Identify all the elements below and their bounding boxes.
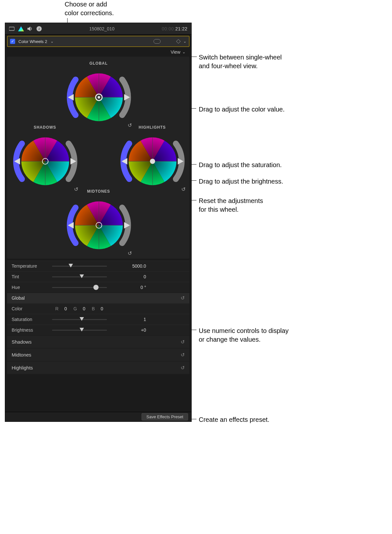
mask-icon[interactable]	[154, 39, 161, 44]
global-section-header[interactable]: Global ↺	[7, 293, 189, 303]
color-row: Color R0 G0 B0	[7, 303, 189, 314]
view-menu[interactable]: View	[171, 49, 180, 55]
tint-label: Tint	[12, 274, 52, 279]
midtones-section-label: Midtones	[12, 352, 31, 358]
svg-rect-4	[13, 27, 14, 27]
temperature-label: Temperature	[12, 263, 52, 269]
brightness-row: Brightness +0	[7, 325, 189, 335]
video-tab-icon[interactable]	[9, 26, 15, 32]
annotation-sat: Drag to adjust the saturation.	[199, 161, 282, 169]
reset-icon[interactable]: ↺	[181, 339, 185, 345]
annotation-reset: Reset the adjustments for this wheel.	[199, 197, 263, 214]
hue-value[interactable]: 0 °	[120, 285, 146, 290]
annotation-top: Choose or add color corrections.	[65, 0, 114, 17]
highlights-section-label: Highlights	[12, 365, 33, 370]
chevron-down-icon[interactable]: ⌄	[183, 39, 186, 44]
chevron-down-icon[interactable]: ⌄	[182, 50, 185, 54]
save-preset-button[interactable]: Save Effects Preset	[142, 413, 188, 421]
keyframe-icon[interactable]	[176, 39, 181, 44]
effect-enable-checkbox[interactable]: ✓	[10, 39, 15, 44]
temperature-row: Temperature 5000.0	[7, 261, 189, 271]
annotation-preset: Create an effects preset.	[199, 415, 270, 424]
annotation-bri: Drag to adjust the brightness.	[199, 177, 283, 186]
hue-label: Hue	[12, 285, 52, 290]
annotation-center: Drag to adjust the color value.	[199, 105, 285, 114]
saturation-value[interactable]: 1	[120, 317, 146, 322]
color-wheel-global[interactable]: ↺	[70, 68, 127, 126]
svg-rect-3	[12, 27, 13, 27]
annotation-view: Switch between single-wheel and four-whe…	[199, 53, 282, 70]
global-section-title: Global	[12, 295, 25, 301]
shadows-section-label: Shadows	[12, 339, 32, 345]
saturation-slider[interactable]	[52, 319, 107, 320]
color-inspector-panel: i 150802_010 00:00:21:22 ✓ Color Wheels …	[5, 23, 192, 422]
color-wheel-shadows[interactable]: ↺	[16, 132, 74, 190]
tint-slider[interactable]	[52, 276, 107, 277]
b-label: B	[92, 306, 95, 311]
reset-icon[interactable]: ↺	[128, 250, 132, 256]
reset-icon[interactable]: ↺	[181, 295, 185, 301]
saturation-row: Saturation 1	[7, 314, 189, 325]
g-label: G	[73, 306, 77, 311]
svg-rect-7	[12, 30, 13, 31]
brightness-value[interactable]: +0	[120, 327, 146, 333]
hue-row: Hue 0 °	[7, 282, 189, 293]
r-label: R	[55, 306, 58, 311]
tint-value[interactable]: 0	[120, 274, 146, 279]
color-label: Color	[12, 306, 52, 311]
inspector-header: i 150802_010 00:00:21:22	[5, 23, 191, 35]
parameter-sliders: Temperature 5000.0 Tint 0 Hue 0 ° Global…	[7, 261, 189, 374]
svg-rect-1	[10, 27, 10, 27]
color-wheel-highlights[interactable]: ↺	[123, 132, 181, 190]
temperature-slider[interactable]	[52, 266, 107, 267]
saturation-label: Saturation	[12, 317, 52, 322]
svg-marker-9	[18, 26, 24, 31]
shadows-section[interactable]: Shadows ↺	[7, 335, 189, 348]
tint-row: Tint 0	[7, 271, 189, 282]
svg-point-19	[98, 96, 100, 99]
effect-header-bar: ✓ Color Wheels 2 ⌄ ⌄	[7, 36, 189, 47]
clip-name: 150802_010	[42, 26, 162, 31]
midtones-section[interactable]: Midtones ↺	[7, 348, 189, 361]
svg-point-33	[150, 159, 155, 164]
b-value[interactable]: 0	[97, 306, 103, 311]
r-value[interactable]: 0	[60, 306, 67, 311]
svg-rect-6	[11, 30, 11, 31]
reset-icon[interactable]: ↺	[181, 365, 185, 371]
svg-rect-2	[11, 27, 11, 27]
temperature-value[interactable]: 5000.0	[120, 263, 146, 269]
svg-rect-8	[13, 30, 14, 31]
reset-icon[interactable]: ↺	[181, 352, 185, 358]
svg-rect-0	[9, 27, 14, 30]
inspector-footer: Save Effects Preset	[5, 412, 191, 422]
reset-icon[interactable]: ↺	[181, 186, 185, 192]
brightness-slider[interactable]	[52, 330, 107, 331]
color-wheels-area: GLOBAL	[7, 57, 189, 259]
color-tab-icon[interactable]	[18, 26, 24, 32]
info-tab-icon[interactable]: i	[36, 26, 42, 32]
annotation-numeric: Use numeric controls to display or chang…	[199, 326, 289, 344]
g-value[interactable]: 0	[79, 306, 85, 311]
effect-name[interactable]: Color Wheels 2	[18, 39, 47, 44]
chevron-down-icon[interactable]: ⌄	[50, 39, 54, 44]
color-wheel-midtones[interactable]: ↺	[70, 196, 127, 254]
timecode: 00:00:21:22	[162, 26, 187, 31]
highlights-section[interactable]: Highlights ↺	[7, 361, 189, 374]
audio-tab-icon[interactable]	[27, 26, 33, 32]
brightness-label: Brightness	[12, 327, 52, 333]
svg-rect-5	[10, 30, 10, 31]
hue-slider[interactable]	[52, 287, 107, 288]
